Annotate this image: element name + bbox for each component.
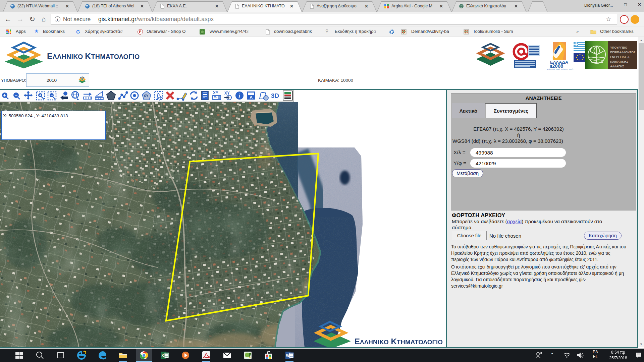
svg-text:W: W — [286, 353, 290, 358]
svg-text:Κάποτε εκεί. Πάντα εδώ.: Κάποτε εκεί. Πάντα εδώ. — [547, 68, 574, 70]
svg-text:i: i — [238, 93, 240, 99]
svg-text:A: A — [250, 95, 253, 100]
svg-text:XY: XY — [224, 91, 230, 96]
svg-text:X: X — [161, 353, 164, 358]
svg-text:3D: 3D — [271, 92, 279, 99]
svg-text:XY: XY — [144, 94, 149, 98]
svg-text:ΥΠΟΥΡΓΕΙΟ: ΥΠΟΥΡΓΕΙΟ — [610, 46, 627, 49]
svg-text:ΚΛΙΜΑΤΙΚΗΣ: ΚΛΙΜΑΤΙΚΗΣ — [610, 60, 628, 63]
svg-text:XY: XY — [213, 90, 218, 95]
svg-text:ΑΛΛΑΓΗΣ: ΑΛΛΑΓΗΣ — [610, 65, 624, 68]
svg-text:G: G — [76, 29, 80, 35]
svg-text:ΕΝΕΡΓΕΙΑΣ &: ΕΝΕΡΓΕΙΑΣ & — [610, 55, 630, 59]
svg-text:ΠΕΡΙΒΑΛΛΟΝΤΟΣ: ΠΕΡΙΒΑΛΛΟΝΤΟΣ — [610, 51, 636, 54]
svg-text:P: P — [139, 29, 141, 34]
svg-text:X: 500560.824 , Y: 4210433.813: X: 500560.824 , Y: 4210433.813 — [3, 113, 68, 118]
svg-text:ΕΛΛΗΝΙΚΟ ΚΤΗΜΑΤΟΛΟΓΙΟ: ΕΛΛΗΝΙΚΟ ΚΤΗΜΑΤΟΛΟΓΙΟ — [355, 337, 443, 346]
